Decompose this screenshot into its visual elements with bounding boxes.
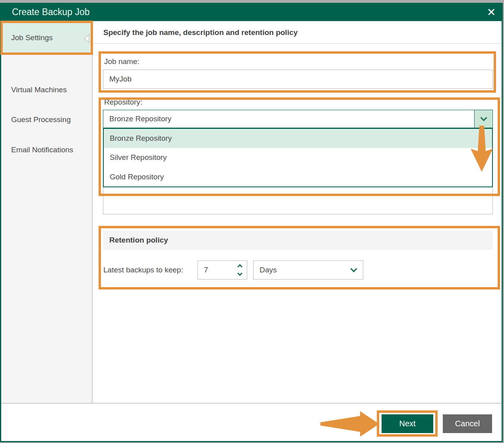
sidebar-item-email-notifications[interactable]: Email Notifications <box>1 140 92 160</box>
repository-label: Repository: <box>104 98 142 107</box>
retention-keep-label: Latest backups to keep: <box>103 266 183 274</box>
step-heading: Specify the job name, description and re… <box>103 28 298 37</box>
repository-dropdown-toggle[interactable] <box>474 110 492 128</box>
sidebar-item-label: Email Notifications <box>11 146 73 154</box>
sidebar-item-virtual-machines[interactable]: Virtual Machines <box>1 80 92 100</box>
footer-divider <box>1 403 502 404</box>
retention-policy-title: Retention policy <box>109 236 168 245</box>
repository-option-gold[interactable]: Gold Repository <box>104 167 492 187</box>
close-icon[interactable]: ✕ <box>483 5 499 20</box>
active-step-marker-icon <box>83 34 89 43</box>
sidebar-item-label: Virtual Machines <box>11 85 67 94</box>
sidebar-item-label: Job Settings <box>11 33 53 42</box>
sidebar-item-guest-processing[interactable]: Guest Processing <box>1 110 92 130</box>
heading-divider <box>93 43 502 44</box>
chevron-down-icon <box>351 266 357 272</box>
job-name-input[interactable] <box>103 70 493 89</box>
repository-option-silver[interactable]: Silver Repository <box>104 148 492 167</box>
chevron-up-icon[interactable] <box>237 264 242 269</box>
page-background: Create Backup Job ✕ Job Settings Virtual… <box>0 0 504 443</box>
retention-policy-section-header: Retention policy <box>103 231 493 250</box>
sidebar-item-job-settings[interactable]: Job Settings <box>3 23 90 52</box>
chevron-down-icon <box>480 115 487 121</box>
repository-option-bronze[interactable]: Bronze Repository <box>104 129 492 148</box>
next-button[interactable]: Next <box>382 414 433 433</box>
sidebar-item-label: Guest Processing <box>11 115 71 124</box>
retention-unit-select[interactable]: Days <box>253 260 363 280</box>
dialog-title: Create Backup Job <box>12 3 90 21</box>
repository-selected-value: Bronze Repository <box>103 115 474 123</box>
cancel-button[interactable]: Cancel <box>443 414 492 433</box>
retention-unit-toggle[interactable] <box>345 261 363 279</box>
wizard-steps-sidebar: Job Settings Virtual Machines Guest Proc… <box>1 21 93 403</box>
dialog-titlebar: Create Backup Job ✕ <box>1 3 502 21</box>
retention-count-stepper[interactable] <box>233 260 247 280</box>
repository-dropdown-list: Bronze Repository Silver Repository Gold… <box>103 128 493 187</box>
retention-unit-value: Days <box>254 266 345 274</box>
job-name-label: Job name: <box>104 57 140 66</box>
repository-select[interactable]: Bronze Repository <box>103 110 493 128</box>
chevron-down-icon[interactable] <box>237 271 242 276</box>
